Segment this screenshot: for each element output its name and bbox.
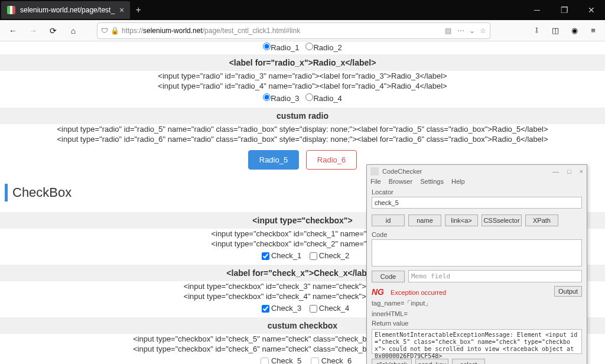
- btn-select[interactable]: select: [452, 359, 485, 364]
- radio-2[interactable]: [305, 43, 313, 50]
- innerhtml-text: innerHTML=: [367, 309, 587, 318]
- radio-4[interactable]: [305, 93, 313, 101]
- back-icon[interactable]: ←: [5, 22, 21, 39]
- code-textarea[interactable]: [372, 239, 582, 266]
- memo-input[interactable]: Memo field: [408, 270, 582, 282]
- btn-code[interactable]: Code: [372, 271, 405, 282]
- tagname-text: tag_name=「input」: [367, 298, 587, 309]
- browser-toolbar: ← → ⟳ ⌂ 🛡 🔒 https://selenium-world.net/p…: [0, 20, 605, 41]
- result-ng: NG: [367, 286, 389, 298]
- menu-settings[interactable]: Settings: [420, 178, 444, 185]
- cc-minimize-icon[interactable]: —: [552, 168, 559, 175]
- more-icon[interactable]: ⋯: [457, 27, 464, 35]
- exception-text: Exception occurred: [391, 289, 446, 296]
- radio-6-button[interactable]: Radio_6: [306, 150, 357, 170]
- menu-icon[interactable]: ≡: [586, 24, 600, 38]
- locator-input[interactable]: check_5: [372, 197, 582, 209]
- codechecker-menu: File Browser Settings Help: [367, 178, 587, 187]
- locator-label: Locator: [367, 187, 587, 197]
- favicon-icon: [7, 6, 15, 14]
- cc-close-icon[interactable]: ×: [580, 168, 583, 175]
- radio-1[interactable]: [263, 43, 271, 50]
- code-label: Code: [367, 230, 587, 239]
- tab-close-icon[interactable]: ×: [119, 5, 124, 15]
- window-minimize-icon[interactable]: ─: [523, 0, 551, 20]
- home-icon[interactable]: ⌂: [65, 22, 82, 39]
- url-path: /page/test_cntl_click1.html#link: [203, 27, 300, 35]
- btn-click-check[interactable]: click/check: [372, 359, 412, 364]
- check-6-label: Check_6: [321, 356, 352, 364]
- radio-5-button[interactable]: Radio_5: [248, 150, 299, 170]
- codechecker-window[interactable]: CodeChecker — □ × File Browser Settings …: [366, 164, 587, 364]
- check-2-label: Check_2: [319, 251, 349, 260]
- check-4-label: Check_4: [319, 304, 349, 313]
- url-bar[interactable]: 🛡 🔒 https://selenium-world.net/page/test…: [97, 22, 490, 39]
- browser-titlebar: selenium-world.net/page/test_ × + ─ ❐ ✕: [0, 0, 605, 20]
- reader-icon[interactable]: ▤: [445, 27, 451, 35]
- btn-cssselector[interactable]: CSSselector: [482, 214, 522, 226]
- new-tab-button[interactable]: +: [130, 2, 147, 18]
- url-prefix: https://: [122, 27, 143, 35]
- check-1[interactable]: [262, 252, 269, 260]
- bookmark-icon[interactable]: ☆: [480, 27, 486, 35]
- pocket-icon[interactable]: ⌄: [469, 27, 475, 35]
- codechecker-icon: [370, 167, 379, 176]
- menu-file[interactable]: File: [370, 178, 381, 185]
- radio-4-label: Radio_4: [313, 94, 341, 103]
- check-4[interactable]: [310, 305, 317, 313]
- radio-row-12: Radio_1 Radio_2: [0, 41, 605, 54]
- shield-icon: 🛡: [101, 27, 108, 35]
- reload-icon[interactable]: ⟳: [45, 22, 61, 39]
- forward-icon: →: [25, 22, 41, 39]
- codechecker-titlebar[interactable]: CodeChecker — □ ×: [367, 165, 587, 178]
- library-icon[interactable]: ⫱: [529, 24, 544, 38]
- header-custom-radio: custum radio: [0, 108, 605, 124]
- header-radio-x: <label for="radio_x">Radio_x</label>: [0, 54, 605, 71]
- window-restore-icon[interactable]: ❐: [551, 0, 578, 20]
- radio-1-label: Radio_1: [271, 43, 299, 52]
- window-close-icon[interactable]: ✕: [578, 0, 605, 20]
- sidebar-icon[interactable]: ◫: [548, 24, 562, 38]
- menu-browser[interactable]: Browser: [389, 178, 412, 185]
- btn-link[interactable]: link<a>: [445, 214, 478, 226]
- check-5[interactable]: [261, 358, 269, 364]
- radio-row-34: Radio_3 Radio_4: [0, 91, 605, 108]
- url-domain: selenium-world.net: [143, 27, 203, 35]
- code-radio-4: <input type="radio" id="radio_4" name="r…: [0, 81, 605, 91]
- code-radio-3: <input type="radio" id="radio_3" name="r…: [0, 71, 605, 81]
- account-icon[interactable]: ◉: [567, 24, 581, 38]
- check-3-label: Check_3: [271, 304, 301, 313]
- returnvalue-label: Return value: [367, 318, 587, 328]
- btn-name[interactable]: name: [408, 214, 441, 226]
- codechecker-title: CodeChecker: [382, 168, 422, 175]
- code-radio-5: <input type="radio" id="radio_5" name="r…: [0, 124, 605, 134]
- cc-maximize-icon[interactable]: □: [567, 168, 571, 175]
- check-6[interactable]: [311, 358, 319, 364]
- btn-output[interactable]: Output: [554, 286, 582, 297]
- returnvalue-box[interactable]: ElementNotInteractableExceptionMessage: …: [372, 329, 582, 354]
- radio-3-label: Radio_3: [271, 94, 299, 103]
- radio-2-label: Radio_2: [313, 43, 341, 52]
- check-5-label: Check_5: [271, 356, 301, 364]
- check-2[interactable]: [310, 252, 317, 260]
- btn-xpath[interactable]: XPath: [525, 214, 558, 226]
- lock-icon: 🔒: [110, 27, 119, 35]
- radio-3[interactable]: [263, 93, 271, 101]
- browser-tab[interactable]: selenium-world.net/page/test_ ×: [1, 1, 130, 19]
- check-1-label: Check_1: [271, 251, 301, 260]
- tab-title: selenium-world.net/page/test_: [20, 6, 115, 14]
- check-3[interactable]: [262, 305, 269, 313]
- btn-id[interactable]: id: [372, 214, 405, 226]
- btn-send-key[interactable]: send_key: [415, 359, 448, 364]
- menu-help[interactable]: Help: [451, 178, 465, 185]
- code-radio-6: <input type="radio" id="radio_6" name="r…: [0, 134, 605, 144]
